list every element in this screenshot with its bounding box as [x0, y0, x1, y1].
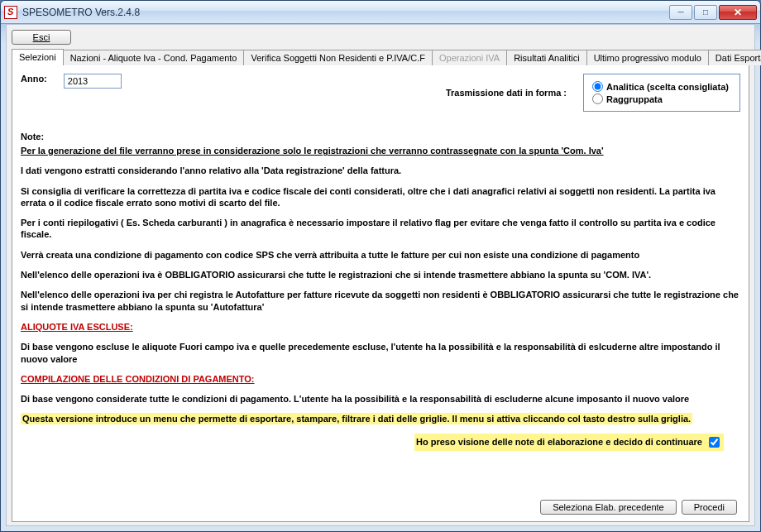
radio-raggruppata[interactable] [592, 93, 603, 104]
tab-risultati[interactable]: Risultati Analitici [506, 50, 586, 65]
radio-analitica[interactable] [592, 81, 603, 92]
trasmissione-label: Trasmissione dati in forma : [446, 88, 567, 98]
maximize-button[interactable]: □ [694, 5, 717, 20]
note-p7: Nell'elenco delle operazioni iva per chi… [21, 289, 740, 313]
client-area: Esci Selezioni Nazioni - Aliquote Iva - … [6, 24, 755, 526]
window-title: SPESOMETRO Vers.2.4.8 [22, 7, 669, 18]
close-button[interactable]: ✕ [719, 5, 757, 20]
tab-esportaz[interactable]: Dati Esportaz [708, 50, 761, 65]
note-p3: Si consiglia di verificare la correttezz… [21, 185, 740, 209]
notes-area: Note: Per la generazione del file verran… [21, 132, 740, 495]
note-h1: ALIQUOTE IVA ESCLUSE: [21, 322, 133, 332]
trasmissione-group: Analitica (scelta consigliata) Raggruppa… [583, 74, 740, 112]
note-highlight: Questa versione introduce un menu che pe… [21, 413, 692, 424]
note-p1: Per la generazione del file verranno pre… [21, 145, 740, 156]
note-p9: Di base vengono considerate tutte le con… [21, 393, 740, 405]
app-icon [4, 6, 17, 19]
anno-label: Anno: [21, 74, 47, 84]
note-p6: Nell'elenco delle operazioni iva è OBBLI… [21, 269, 740, 280]
esci-button[interactable]: Esci [12, 30, 71, 45]
tab-operazioni: Operazioni IVA [432, 50, 507, 65]
ack-block: Ho preso visione delle note di elaborazi… [414, 434, 724, 451]
procedi-button[interactable]: Procedi [682, 500, 737, 515]
radio-raggruppata-row[interactable]: Raggruppata [592, 93, 731, 104]
anno-input[interactable] [64, 74, 122, 89]
note-p5: Verrà creata una condizione di pagamento… [21, 249, 740, 261]
note-p8: Di base vengono escluse le aliquote Fuor… [21, 341, 740, 365]
radio-analitica-row[interactable]: Analitica (scelta consigliata) [592, 81, 731, 92]
titlebar: SPESOMETRO Vers.2.4.8 ─ □ ✕ [1, 1, 760, 24]
seleziona-elab-button[interactable]: Seleziona Elab. precedente [540, 500, 677, 515]
app-window: SPESOMETRO Vers.2.4.8 ─ □ ✕ Esci Selezio… [0, 0, 761, 532]
tab-bar: Selezioni Nazioni - Aliquote Iva - Cond.… [12, 48, 749, 65]
ack-label: Ho preso visione delle note di elaborazi… [416, 437, 702, 447]
tab-nazioni[interactable]: Nazioni - Aliquote Iva - Cond. Pagamento [63, 50, 245, 65]
ack-checkbox[interactable] [709, 437, 720, 448]
note-h2: COMPILAZIONE DELLE CONDIZIONI DI PAGAMEN… [21, 374, 255, 384]
note-p4: Per i conti riepilogativi ( Es. Scheda c… [21, 217, 740, 241]
tab-verifica[interactable]: Verifica Soggetti Non Residenti e P.IVA/… [243, 50, 433, 65]
note-p2: I dati vengono estratti considerando l'a… [21, 165, 740, 176]
tab-selezioni[interactable]: Selezioni [12, 49, 64, 65]
bottom-buttons: Seleziona Elab. precedente Procedi [21, 495, 740, 516]
note-heading: Note: [21, 132, 740, 141]
tab-selezioni-panel: Anno: Trasmissione dati in forma : Anali… [12, 65, 749, 522]
minimize-button[interactable]: ─ [669, 5, 692, 20]
tab-progressivo[interactable]: Ultimo progressivo modulo [586, 50, 709, 65]
